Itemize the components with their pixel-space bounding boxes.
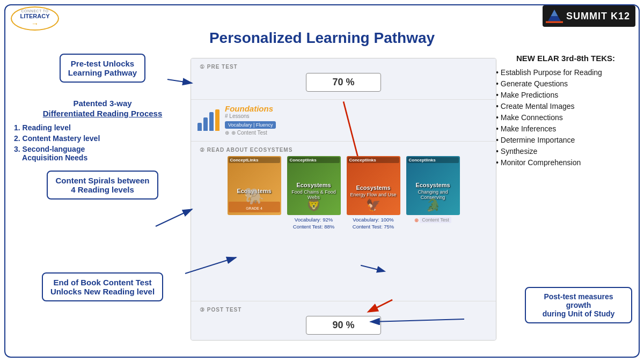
callout-pretest: Pre-test UnlocksLearning Pathway (60, 54, 145, 83)
books-section: ② READ ABOUT ECOSYSTEMS ConceptLinks Eco… (191, 142, 496, 301)
pretest-percent: 70 % (306, 73, 381, 92)
posttest-percent: 90 % (306, 316, 381, 335)
callout-spirals: Content Spirals between4 Reading levels (47, 171, 158, 200)
elar-title: NEW ELAR 3rd-8th TEKS: (496, 54, 635, 63)
book-card-2: Conceptlinks Ecosystems Food Chains & Fo… (286, 156, 342, 231)
foundations-section: Foundations # Lessons Vocabulary | Fluen… (191, 100, 496, 142)
foundations-title: Foundations (225, 104, 277, 113)
elar-item-5: Make Connections (496, 113, 635, 122)
book4-title: Ecosystems (414, 181, 451, 189)
book2-stats: Vocabulary: 92% Content Test: 88% (293, 216, 334, 231)
posttest-section: ③ POST TEST 90 % (191, 301, 496, 340)
list-item-1: 1. Reading level (14, 123, 196, 132)
book-cover-4: Conceptlinks Ecosystems Changing and Con… (406, 156, 460, 215)
differentiated-list: 1. Reading level 2. Content Mastery leve… (9, 123, 196, 162)
lessons-sub: # Lessons (225, 113, 277, 119)
content-test-row: ⊕ ⊕ Content Test (225, 130, 277, 136)
middle-content: Foundations # Lessons Vocabulary | Fluen… (195, 102, 492, 138)
book-card-3: Conceptlinks Ecosystems Energy Flow and … (345, 156, 401, 231)
svg-rect-2 (546, 21, 563, 23)
content-test-badge: Content Test (420, 217, 451, 223)
bar-2 (203, 117, 208, 131)
content-test-label: ⊕ Content Test (231, 130, 267, 136)
book1-grade: GRADE 4 (246, 206, 262, 210)
bar-1 (197, 123, 202, 131)
vocab-fluency-btn: Vocabulary | Fluency (225, 121, 276, 129)
book3-animal-icon: 🦅 (366, 198, 380, 212)
callout-end-of-book: End of Book Content TestUnlocks New Read… (42, 272, 163, 301)
pretest-label: ① PRE TEST (195, 62, 492, 71)
book1-animal-icon: 🐘 (244, 187, 264, 205)
elar-item-7: Determine Importance (496, 136, 635, 144)
book3-subtitle: Energy Flow and Use (350, 192, 396, 197)
book2-animal-icon: 🦁 (306, 198, 321, 212)
circle-plus-icon: ⊕ (225, 130, 229, 136)
diagram-inner: ① PRE TEST 70 % Foundations # Lessons (191, 58, 496, 341)
elar-item-6: Make Inferences (496, 124, 635, 133)
book3-stats: Vocabulary: 100% Content Test: 75% (353, 216, 394, 231)
book3-title: Ecosystems (355, 183, 391, 192)
bar-chart (197, 109, 219, 131)
book-cover-2: Conceptlinks Ecosystems Food Chains & Fo… (287, 156, 341, 215)
patented-label: Patented 3-way (9, 99, 196, 108)
posttest-callout: Post-test measures growthduring Unit of … (525, 287, 632, 323)
page-title: Personalized Learning Pathway (0, 29, 644, 47)
elar-item-4: Create Mental Images (496, 102, 635, 110)
posttest-label: ③ POST TEST (195, 305, 492, 314)
bar-3 (209, 112, 214, 131)
elar-item-3: Make Predictions (496, 91, 635, 99)
circle-icon: ⊕ (414, 217, 419, 223)
books-row: ConceptLinks Ecosystems GRADE 4 🐘 Co (195, 154, 492, 233)
list-item-2: 2. Content Mastery level (14, 134, 196, 143)
center-diagram: ① PRE TEST 70 % Foundations # Lessons (191, 58, 496, 341)
book-cover-3: Conceptlinks Ecosystems Energy Flow and … (347, 156, 400, 215)
pretest-section: ① PRE TEST 70 % (191, 58, 496, 100)
lessons-info: Foundations # Lessons Vocabulary | Fluen… (225, 104, 277, 136)
differentiated-link[interactable]: Differentiated Reading Process (9, 109, 196, 118)
elar-item-2: Generate Questions (496, 79, 635, 88)
book-cover-1: ConceptLinks Ecosystems GRADE 4 🐘 (228, 156, 281, 215)
book-card-4: Conceptlinks Ecosystems Changing and Con… (405, 156, 461, 231)
posttest-callout-box: Post-test measures growthduring Unit of … (525, 287, 632, 323)
summit-k12-text: SUMMIT K12 (566, 11, 630, 22)
book4-content-test: ⊕ Content Test (414, 217, 451, 223)
left-panel: Pre-test UnlocksLearning Pathway Patente… (9, 54, 196, 301)
list-item-3: 3. Second-language Acquisition Needs (14, 145, 196, 162)
elar-item-9: Monitor Comprehension (496, 158, 635, 167)
book-card-1: ConceptLinks Ecosystems GRADE 4 🐘 (226, 156, 282, 231)
diagram-layout: ① PRE TEST 70 % Foundations # Lessons (191, 58, 496, 340)
elar-list: Establish Purpose for Reading Generate Q… (496, 68, 635, 167)
ctl-arrow-icon: → (31, 19, 39, 28)
books-label: ② READ ABOUT ECOSYSTEMS (195, 145, 492, 154)
bar-4 (215, 109, 219, 131)
elar-item-1: Establish Purpose for Reading (496, 68, 635, 77)
ctl-connect-text: CONNECT TO (21, 9, 49, 13)
right-panel: NEW ELAR 3rd-8th TEKS: Establish Purpose… (496, 54, 635, 169)
mountain-icon (546, 8, 563, 25)
ctl-literacy-text: LITERACY (20, 13, 50, 19)
book2-title: Ecosystems (295, 181, 332, 189)
book4-animal-icon: 🐊 (426, 198, 440, 212)
summit-k12-logo: SUMMIT K12 (543, 5, 635, 27)
svg-marker-1 (551, 10, 558, 16)
elar-item-8: Synthesize (496, 147, 635, 156)
